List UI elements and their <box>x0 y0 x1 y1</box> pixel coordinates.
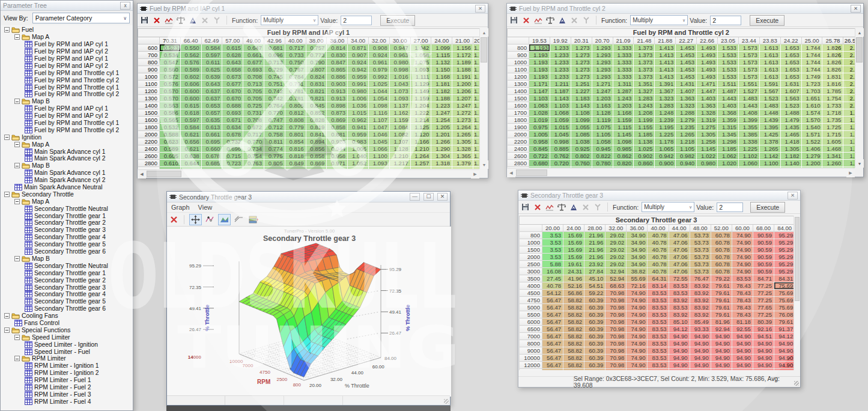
table-cell[interactable]: 0.747 <box>264 117 285 124</box>
table-cell[interactable]: 0.894 <box>306 138 327 145</box>
fuel-iap-cyl1-titlebar[interactable]: Fuel by RPM and IAP cyl 1 ✕ <box>138 4 488 14</box>
table-cell[interactable]: 40.78 <box>648 239 669 246</box>
row-header[interactable]: 1800 <box>508 117 529 124</box>
delete-icon[interactable] <box>151 16 162 25</box>
table-cell[interactable]: 79.61 <box>774 318 794 326</box>
column-header[interactable]: 84.00 <box>774 225 794 232</box>
table-cell[interactable]: 0.597 <box>180 117 201 124</box>
table-cell[interactable]: 55.69 <box>627 275 648 282</box>
line-graph-icon[interactable] <box>533 16 543 25</box>
table-cell[interactable]: 0.742 <box>264 88 285 95</box>
table-cell[interactable]: 74.90 <box>627 355 648 362</box>
table-cell[interactable]: 0.881 <box>327 131 348 138</box>
column-header[interactable]: 24.00 <box>563 225 584 232</box>
table-cell[interactable]: 1.243 <box>613 95 634 102</box>
table-cell[interactable]: 1.248 <box>655 109 676 117</box>
table-cell[interactable]: 77.25 <box>753 290 774 297</box>
table-cell[interactable]: 1.402 <box>452 167 473 169</box>
column-header[interactable]: 24.00 <box>431 37 452 44</box>
table-cell[interactable]: 94.12 <box>669 326 690 333</box>
table-cell[interactable]: 1.191 <box>452 73 473 81</box>
table-cell[interactable]: 1.453 <box>676 52 697 59</box>
table-cell[interactable]: 74.90 <box>627 326 648 333</box>
surface-chart[interactable]: 26.4726.4749.4149.4172.3572.3595.2995.29… <box>167 227 451 397</box>
row-header[interactable]: 2600 <box>138 153 160 160</box>
tree-map-item[interactable]: Secondary Throttle gear 3 <box>1 227 133 234</box>
table-cell[interactable]: 0.791 <box>285 81 306 88</box>
table-cell[interactable]: 60.39 <box>584 311 605 318</box>
tree-map-item[interactable]: Secondary Throttle gear 5 <box>1 241 133 248</box>
table-cell[interactable]: 1.254 <box>431 117 452 124</box>
table-cell[interactable]: 41.96 <box>563 275 584 282</box>
table-cell[interactable]: 0.780 <box>592 160 613 167</box>
table-cell[interactable]: 56.47 <box>542 333 563 340</box>
tree-folder-item[interactable]: Secondary Throttle <box>1 190 133 198</box>
table-cell[interactable]: 1.493 <box>697 59 718 66</box>
table-cell[interactable]: 1.744 <box>801 52 822 59</box>
table-cell[interactable]: 60.78 <box>711 239 732 246</box>
delete-icon[interactable] <box>169 215 179 224</box>
table-cell[interactable]: 1.605 <box>822 138 843 145</box>
row-header[interactable]: 1800 <box>138 124 160 131</box>
table-cell[interactable]: 0.754 <box>243 153 264 160</box>
table-cell[interactable]: 56.47 <box>542 347 563 355</box>
table-cell[interactable]: 0.985 <box>613 145 634 153</box>
scrollbar-thumb[interactable] <box>856 37 863 62</box>
table-cell[interactable]: 1.733 <box>822 102 843 109</box>
table-cell[interactable]: 1.099 <box>431 44 452 52</box>
tree-map-item[interactable]: Fuel by RPM and IAP cyl 2 <box>1 62 133 69</box>
table-cell[interactable]: 0.961 <box>368 59 389 66</box>
vertical-scrollbar[interactable]: ▲ ▼ <box>479 28 488 169</box>
table-cell[interactable]: 70.98 <box>605 290 627 297</box>
table-cell[interactable]: 1. <box>473 59 479 66</box>
table-cell[interactable]: 1.323 <box>655 95 676 102</box>
table-cell[interactable]: 1.235 <box>676 124 697 131</box>
table-cell[interactable]: 0.678 <box>201 153 222 160</box>
table-cell[interactable]: 1.065 <box>655 145 676 153</box>
column-header[interactable]: 42.96 <box>264 37 285 44</box>
table-cell[interactable]: 75.69 <box>774 290 794 297</box>
table-cell[interactable]: 74.90 <box>732 246 753 254</box>
table-cell[interactable]: 1.265 <box>676 131 697 138</box>
tree-collapse-icon[interactable] <box>14 142 20 147</box>
table-cell[interactable]: 1.511 <box>718 81 739 88</box>
table-cell[interactable]: 1.365 <box>452 153 473 160</box>
table-cell[interactable]: 83.14 <box>648 282 669 290</box>
table-cell[interactable]: 1.258 <box>697 138 718 145</box>
table-cell[interactable]: 34.90 <box>627 254 648 261</box>
close-icon[interactable]: x <box>120 2 130 10</box>
table-cell[interactable]: 0.696 <box>264 52 285 59</box>
table-cell[interactable]: 0.611 <box>201 59 222 66</box>
table-cell[interactable]: 1.333 <box>613 73 634 81</box>
table-cell[interactable]: 1.653 <box>780 73 801 81</box>
table-cell[interactable]: 0.678 <box>222 131 243 138</box>
table-cell[interactable]: 1.193 <box>529 44 550 52</box>
tree-folder-item[interactable]: Cooling Fans <box>1 312 133 320</box>
table-cell[interactable]: 1.293 <box>592 66 613 73</box>
table-cell[interactable]: 94.90 <box>669 355 690 362</box>
table-cell[interactable]: 1.826 <box>822 59 843 66</box>
table-cell[interactable]: 83.53 <box>669 304 690 311</box>
table-cell[interactable]: 1.305 <box>780 145 801 153</box>
table-cell[interactable]: 1.551 <box>738 81 759 88</box>
tree-map-item[interactable]: Main Spark Advance cyl 1 <box>1 148 133 155</box>
row-header[interactable]: 5000 <box>520 304 542 311</box>
table-cell[interactable]: 0.763 <box>243 160 264 167</box>
table-cell[interactable]: 0.717 <box>285 44 306 52</box>
table-cell[interactable]: 0.814 <box>327 44 348 52</box>
tree-map-item[interactable]: RPM Limiter - Fuel 1 <box>1 377 133 384</box>
table-cell[interactable]: 84.31 <box>774 275 794 282</box>
table-cell[interactable]: 21.96 <box>584 239 605 246</box>
table-cell[interactable]: 0.830 <box>327 52 348 59</box>
table-cell[interactable]: 0.798 <box>264 167 285 169</box>
table-cell[interactable]: 78.43 <box>732 297 753 304</box>
table-cell[interactable]: 1. <box>473 145 479 153</box>
table-cell[interactable]: 1. <box>843 124 855 131</box>
table-cell[interactable]: 1.493 <box>697 73 718 81</box>
table-cell[interactable]: 0.884 <box>306 167 327 169</box>
tree-collapse-icon[interactable] <box>14 356 20 361</box>
table-cell[interactable]: 0.715 <box>222 153 243 160</box>
color-scale-icon[interactable] <box>247 214 259 225</box>
table-cell[interactable]: 0.907 <box>348 52 369 59</box>
row-header[interactable]: 1900 <box>508 124 529 131</box>
